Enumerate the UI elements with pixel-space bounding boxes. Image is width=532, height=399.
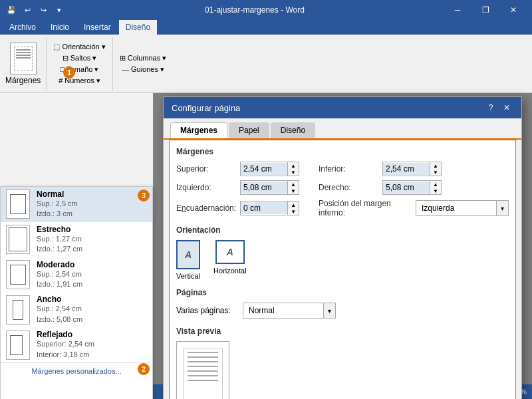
margin-preset-normal[interactable]: Normal Sup.: 2,5 cm Izdo.: 3 cm 3 (1, 187, 152, 222)
dialog-title-controls: ? ✕ (484, 101, 513, 114)
close-button[interactable]: ✕ (500, 0, 527, 20)
superior-input[interactable] (241, 163, 287, 175)
preview-line-6 (188, 375, 218, 376)
title-bar: 💾 ↩ ↪ ▾ 01-ajustar-margenes - Word ─ ❐ ✕ (0, 0, 532, 20)
inferior-input[interactable] (383, 163, 430, 175)
encuadernacion-spin-down[interactable]: ▼ (288, 208, 299, 215)
margin-preview-ancho (6, 295, 30, 325)
preview-line-3 (188, 361, 218, 362)
tab-inicio[interactable]: Inicio (44, 20, 76, 35)
margin-preview-inner-estrecho (9, 227, 27, 251)
derecho-input[interactable] (383, 182, 430, 194)
ribbon-tabs: Archivo Inicio Insertar Diseño (0, 20, 532, 35)
margins-form-grid: Superior: ▲ ▼ Inferior: (176, 162, 509, 217)
preview-line-5 (188, 370, 218, 372)
inferior-spin-buttons: ▲ ▼ (430, 162, 441, 176)
posicion-row: Posición del margen interno: Izquierda ▾ (319, 199, 509, 217)
dialog-help-button[interactable]: ? (484, 101, 497, 114)
vertical-orientation-button[interactable]: A Vertical (176, 240, 200, 280)
orientation-title: Orientación (176, 225, 509, 235)
tab-insertar[interactable]: Insertar (77, 20, 118, 35)
margin-preview-normal (6, 190, 30, 219)
izquierdo-label: Izquierdo: (176, 183, 236, 192)
encuadernacion-input[interactable] (241, 202, 287, 214)
numeros-icon: # (59, 76, 63, 84)
inferior-label: Inferior: (319, 164, 378, 174)
margin-info-normal: Normal Sup.: 2,5 cm Izdo.: 3 cm (37, 190, 78, 219)
margin-preview-inner-moderado (10, 265, 26, 285)
margin-info-reflejado: Reflejado Superior: 2,54 cm Interior: 3,… (37, 330, 94, 360)
superior-spin-buttons: ▲ ▼ (287, 162, 299, 176)
vertical-icon: A (176, 240, 200, 269)
derecho-spin-up[interactable]: ▲ (430, 181, 441, 188)
superior-spinbox[interactable]: ▲ ▼ (240, 162, 299, 176)
margins-button[interactable]: Márgenes (5, 43, 41, 85)
encuadernacion-spin-up[interactable]: ▲ (288, 201, 299, 208)
varias-value: Normal (243, 305, 323, 317)
inferior-spin-up[interactable]: ▲ (430, 162, 441, 169)
minimize-button[interactable]: ─ (444, 0, 471, 20)
ribbon-group-page: ⬚ Orientación ▾ ⊟ Saltos ▾ □ Tamaño ▾ # … (52, 37, 112, 90)
margin-preset-reflejado[interactable]: Reflejado Superior: 2,54 cm Interior: 3,… (1, 327, 152, 362)
inferior-spinbox[interactable]: ▲ ▼ (382, 162, 442, 176)
margin-info-moderado: Moderado Sup.: 2,54 cm Izdo.: 1,91 cm (37, 260, 82, 290)
dialog-tab-diseno[interactable]: Diseño (271, 122, 315, 138)
superior-spin-down[interactable]: ▼ (288, 169, 299, 176)
tab-archivo[interactable]: Archivo (3, 20, 43, 35)
margin-preview-inner-reflejado (10, 335, 23, 355)
encuadernacion-row: Encuadernación: ▲ ▼ (176, 199, 305, 217)
margin-preview-inner-ancho (13, 300, 23, 320)
dialog-body: Márgenes Superior: ▲ ▼ (169, 140, 516, 399)
posicion-dropdown-arrow[interactable]: ▾ (496, 201, 508, 215)
derecho-spinbox[interactable]: ▲ ▼ (382, 180, 442, 195)
encuadernacion-spin-buttons: ▲ ▼ (287, 201, 299, 215)
preview-section: Vista previa (176, 327, 509, 399)
horizontal-label: Horizontal (213, 267, 247, 275)
columns-button[interactable]: ⊞ Columnas ▾ (118, 53, 168, 63)
inferior-row: Inferior: ▲ ▼ (319, 162, 509, 176)
more-icon[interactable]: ▾ (53, 4, 65, 16)
orientation-options: A Vertical A Horizontal (176, 240, 509, 280)
inferior-spin-down[interactable]: ▼ (430, 169, 441, 176)
tab-diseno[interactable]: Diseño (119, 20, 157, 35)
dialog-close-button[interactable]: ✕ (500, 101, 513, 114)
varias-label: Varias páginas: (176, 306, 236, 315)
superior-spin-up[interactable]: ▲ (288, 162, 299, 169)
encuadernacion-spinbox[interactable]: ▲ ▼ (240, 201, 299, 215)
izquierdo-spin-up[interactable]: ▲ (288, 181, 299, 188)
posicion-select[interactable]: Izquierda ▾ (416, 200, 509, 216)
saltos-button[interactable]: ⊟ Saltos ▾ (61, 53, 98, 63)
derecho-spin-down[interactable]: ▼ (430, 188, 441, 194)
restore-button[interactable]: ❐ (472, 0, 499, 20)
main-area: Normal Sup.: 2,5 cm Izdo.: 3 cm 3 Estrec… (0, 93, 532, 399)
horizontal-orientation-button[interactable]: A Horizontal (213, 240, 247, 280)
badge-1: 1 (63, 66, 75, 78)
preview-line-4 (188, 366, 218, 367)
columns-icon: ⊞ (120, 54, 126, 63)
redo-icon[interactable]: ↪ (37, 4, 49, 16)
paginas-title: Páginas (176, 288, 509, 297)
margins-icon-inner (14, 47, 33, 70)
margin-preset-moderado[interactable]: Moderado Sup.: 2,54 cm Izdo.: 1,91 cm (1, 257, 152, 293)
paginas-row: Varias páginas: Normal ▾ (176, 303, 509, 319)
numeros-button[interactable]: # Números ▾ (57, 76, 102, 86)
margins-section-title: Márgenes (176, 147, 509, 156)
izquierdo-input[interactable] (241, 182, 287, 194)
guiones-button[interactable]: — Guiones ▾ (120, 65, 166, 74)
izquierdo-spinbox[interactable]: ▲ ▼ (240, 180, 299, 195)
izquierdo-spin-down[interactable]: ▼ (288, 188, 299, 194)
horizontal-icon: A (215, 240, 245, 264)
margin-preset-ancho[interactable]: Ancho Sup.: 2,54 cm Izdo.: 5,08 cm (1, 292, 152, 327)
undo-icon[interactable]: ↩ (21, 4, 33, 16)
orientation-button[interactable]: ⬚ Orientación ▾ (52, 42, 106, 52)
dialog-titlebar: Configurar página ? ✕ (164, 97, 521, 118)
custom-margins-button[interactable]: Márgenes personalizados... 2 (1, 362, 152, 379)
dialog-tab-margenes[interactable]: Márgenes (170, 122, 227, 138)
dialog-tab-papel[interactable]: Papel (229, 122, 269, 138)
margin-preview-estrecho (6, 225, 30, 254)
margin-preset-estrecho[interactable]: Estrecho Sup.: 1,27 cm Izdo.: 1,27 cm (1, 222, 152, 257)
margins-label: Márgenes (5, 76, 41, 85)
preview-document (183, 348, 223, 399)
varias-dropdown-arrow[interactable]: ▾ (323, 303, 335, 318)
varias-select[interactable]: Normal ▾ (243, 303, 336, 319)
